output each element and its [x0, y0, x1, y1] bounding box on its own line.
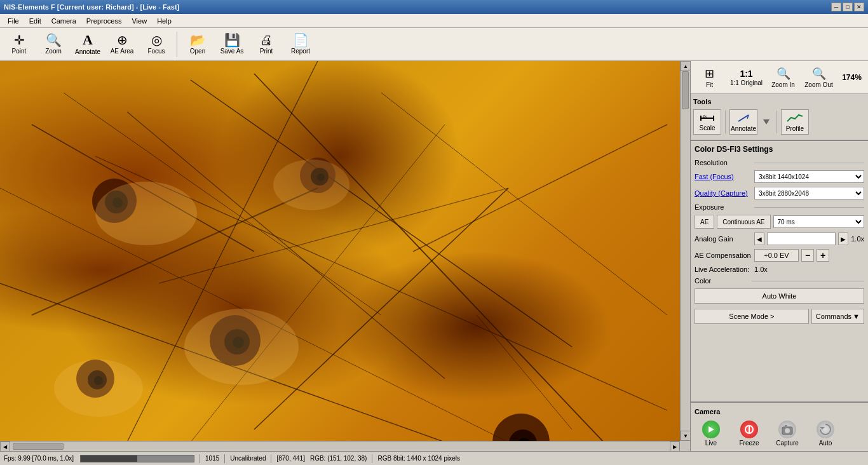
svg-point-33: [184, 309, 299, 385]
continuous-ae-button[interactable]: Continuous AE: [717, 215, 770, 229]
scroll-up-arrow[interactable]: ▲: [681, 61, 690, 71]
menu-camera[interactable]: Camera: [46, 16, 81, 26]
fit-icon: ⊞: [705, 67, 714, 81]
capture-button[interactable]: Capture: [771, 419, 804, 447]
print-label: Print: [260, 48, 273, 55]
commands-button[interactable]: Commands ▼: [811, 309, 864, 324]
annotate-button[interactable]: A Annotate: [71, 29, 104, 60]
live-accel-row: Live Acceleration: 1.0x: [695, 266, 864, 273]
point-button[interactable]: ✛ Point: [3, 29, 36, 60]
quality-capture-label[interactable]: Quality (Capture): [695, 189, 752, 197]
menu-preprocess[interactable]: Preprocess: [81, 16, 127, 26]
scroll-down-arrow[interactable]: ▼: [681, 431, 690, 441]
zoom-out-button[interactable]: 🔍 Zoom Out: [803, 62, 836, 93]
fit-button[interactable]: ⊞ Fit: [693, 62, 726, 93]
save-as-button[interactable]: 💾 Save As: [215, 29, 248, 60]
bit-info: RGB 8bit: 1440 x 1024 pixels: [377, 455, 460, 462]
progress-bar: [80, 455, 194, 462]
original-button[interactable]: 1:1 1:1 Original: [729, 62, 764, 93]
auto-white-button[interactable]: Auto White: [695, 288, 864, 304]
scroll-left-arrow[interactable]: ◀: [0, 441, 10, 451]
svg-point-31: [95, 182, 197, 245]
menu-bar: File Edit Camera Preprocess View Help: [0, 14, 868, 28]
svg-marker-42: [709, 426, 714, 433]
calibration-info: Uncalibrated: [230, 455, 266, 462]
scroll-thumb-v[interactable]: [682, 71, 689, 109]
live-label: Live: [705, 440, 717, 447]
quality-capture-select[interactable]: 3x8bit 2880x2048 3x8bit 1440x1024: [754, 187, 864, 199]
annotate-tool-label: Annotate: [731, 125, 756, 132]
save-as-label: Save As: [220, 48, 244, 55]
minimize-button[interactable]: ─: [831, 3, 841, 11]
ae-comp-value: +0.0 EV: [754, 249, 799, 262]
live-button[interactable]: Live: [695, 419, 728, 447]
exposure-value-select[interactable]: 70 ms 50 ms 100 ms: [773, 215, 864, 228]
scroll-right-arrow[interactable]: ▶: [670, 441, 680, 451]
scene-mode-button[interactable]: Scene Mode >: [695, 309, 809, 324]
annotate-dropdown-icon[interactable]: [762, 116, 771, 128]
annotate-label: Annotate: [75, 48, 100, 55]
scale-tool-button[interactable]: 2x Scale: [693, 109, 721, 135]
svg-point-46: [785, 428, 790, 433]
svg-line-6: [254, 74, 604, 441]
scroll-thumb-h[interactable]: [13, 443, 64, 450]
ae-comp-minus-button[interactable]: −: [801, 249, 814, 262]
horizontal-scrollbar[interactable]: ◀ ▶: [0, 441, 680, 451]
auto-button[interactable]: Auto: [809, 419, 842, 447]
ae-comp-label: AE Compensation: [695, 252, 752, 259]
tool-separator-2: [776, 111, 777, 133]
vertical-scrollbar[interactable]: ▲ ▼: [680, 61, 690, 441]
menu-file[interactable]: File: [3, 16, 24, 26]
open-button[interactable]: 📂 Open: [181, 29, 214, 60]
point-label: Point: [12, 48, 27, 55]
ae-area-button[interactable]: ⊕ AE Area: [105, 29, 139, 60]
commands-arrow-icon: ▼: [853, 313, 860, 320]
save-as-icon: 💾: [224, 34, 240, 46]
analog-gain-row: Analog Gain ◀ ▶ 1.0x: [695, 232, 864, 245]
report-label: Report: [291, 48, 310, 55]
commands-label: Commands: [816, 313, 851, 320]
menu-edit[interactable]: Edit: [24, 16, 46, 26]
live-accel-label: Live Acceleration:: [695, 266, 752, 273]
scale-label: Scale: [699, 125, 715, 131]
report-button[interactable]: 📄 Report: [284, 29, 317, 60]
zoom-in-button[interactable]: 🔍 Zoom In: [767, 62, 800, 93]
tissue-overlay: [0, 61, 680, 441]
resolution-label: Resolution: [695, 159, 752, 166]
scroll-corner: [680, 441, 690, 451]
close-button[interactable]: ✕: [854, 3, 864, 11]
menu-view[interactable]: View: [126, 16, 152, 26]
progress-inner: [81, 455, 137, 462]
annotate-tool-button[interactable]: Annotate: [729, 109, 757, 135]
ae-comp-plus-button[interactable]: +: [817, 249, 829, 262]
ae-button[interactable]: AE: [695, 215, 714, 229]
image-viewport[interactable]: [0, 61, 680, 441]
tools-title: Tools: [693, 97, 865, 107]
print-button[interactable]: 🖨 Print: [250, 29, 283, 60]
menu-help[interactable]: Help: [152, 16, 177, 26]
fast-focus-select[interactable]: 3x8bit 1440x1024 3x8bit 2880x2048: [754, 170, 864, 183]
camera-controls-row: Live Freeze Capt: [695, 419, 864, 447]
gain-right-arrow[interactable]: ▶: [838, 232, 848, 245]
focus-button[interactable]: ◎ Focus: [140, 29, 173, 60]
annotate-icon: A: [83, 33, 93, 47]
microscope-image: [0, 61, 680, 441]
profile-tool-button[interactable]: Profile: [781, 109, 809, 135]
print-icon: 🖨: [260, 34, 273, 46]
freeze-button[interactable]: Freeze: [733, 419, 766, 447]
fast-focus-row: Fast (Focus) 3x8bit 1440x1024 3x8bit 288…: [695, 170, 864, 183]
original-label: 1:1 Original: [730, 79, 763, 86]
freeze-label: Freeze: [739, 440, 759, 447]
maximize-button[interactable]: □: [843, 3, 853, 11]
report-icon: 📄: [293, 34, 309, 46]
fast-focus-label[interactable]: Fast (Focus): [695, 173, 752, 180]
zoom-out-icon: 🔍: [812, 67, 826, 81]
main-toolbar: ✛ Point 🔍 Zoom A Annotate ⊕ AE Area ◎ Fo…: [0, 28, 868, 61]
gain-left-arrow[interactable]: ◀: [754, 232, 764, 245]
zoom-button[interactable]: 🔍 Zoom: [37, 29, 70, 60]
resolution-divider: [754, 163, 864, 163]
profile-label: Profile: [786, 125, 804, 132]
svg-text:2x: 2x: [703, 114, 707, 118]
open-label: Open: [190, 48, 205, 55]
zoom-out-label: Zoom Out: [804, 81, 832, 88]
